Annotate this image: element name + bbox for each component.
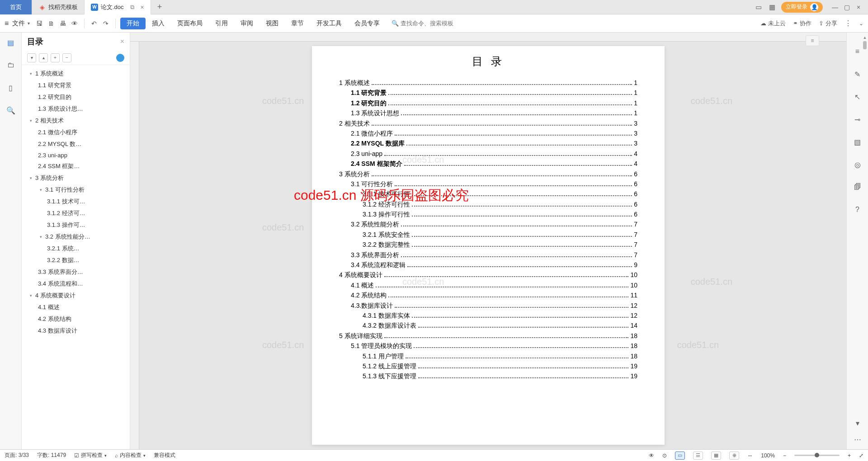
menu-5[interactable]: 视图 [259, 18, 285, 29]
add-level-icon[interactable]: + [51, 53, 60, 62]
tab-template[interactable]: ◈ 找稻壳模板 [32, 0, 85, 14]
toc-row[interactable]: 3.1 可行性分析6 [339, 179, 637, 189]
menu-0[interactable]: 开始 [120, 18, 146, 29]
toc-row[interactable]: 3.1.2 经济可行性6 [339, 199, 637, 209]
remove-level-icon[interactable]: − [62, 53, 71, 62]
menu-1[interactable]: 插入 [146, 18, 171, 29]
menu-2[interactable]: 页面布局 [171, 18, 209, 29]
fit-width-icon[interactable]: ↔ [747, 452, 753, 459]
menu-8[interactable]: 会员专享 [348, 18, 386, 29]
help-icon[interactable]: ? [852, 204, 863, 215]
outline-item[interactable]: 3.3 系统界面分… [22, 266, 130, 278]
view-web-icon[interactable]: ▦ [711, 452, 721, 460]
more-tools-icon[interactable]: ⋯ [852, 434, 863, 445]
toc-row[interactable]: 2.2 MYSQL 数据库3 [339, 138, 637, 148]
toc-row[interactable]: 4.2 系统结构11 [339, 290, 637, 300]
outline-item[interactable]: 1.1 研究背景 [22, 80, 130, 91]
toc-row[interactable]: 5.1.3 线下应援管理19 [339, 371, 637, 381]
layout-icon[interactable]: ▭ [754, 3, 763, 12]
cursor-icon[interactable]: ↖ [852, 91, 863, 102]
fullscreen-icon[interactable]: ⤢ [859, 452, 863, 459]
toc-row[interactable]: 4.3.2 数据库设计表14 [339, 320, 637, 330]
undo-icon[interactable]: ↶ [89, 19, 99, 28]
menu-4[interactable]: 审阅 [234, 18, 259, 29]
outline-item[interactable]: 3.1.3 操作可… [22, 219, 130, 231]
user-badge-icon[interactable] [116, 54, 124, 62]
mini-scrollbar[interactable]: ▲ [863, 35, 867, 49]
settings-icon[interactable]: ⊸ [852, 114, 863, 125]
close-tab-icon[interactable]: × [141, 4, 144, 11]
outline-item[interactable]: 4.1 概述 [22, 301, 130, 313]
horizontal-ruler[interactable] [130, 33, 846, 42]
outline-tree[interactable]: ▾1 系统概述1.1 研究背景1.2 研究目的1.3 系统设计思…▾2 相关技术… [22, 65, 130, 449]
save-icon[interactable]: 🖫 [34, 19, 44, 28]
menu-burger-icon[interactable]: ≡ [5, 19, 9, 28]
chevron-down-icon[interactable]: ▾ [28, 176, 33, 180]
outline-item[interactable]: 3.1.2 经济可… [22, 207, 130, 219]
vertical-ruler[interactable] [130, 42, 139, 449]
apps-icon[interactable]: ▦ [768, 3, 777, 12]
chevron-down-icon[interactable]: ▾ [28, 71, 33, 76]
compat-mode[interactable]: 兼容模式 [154, 452, 175, 459]
toc-row[interactable]: 4.3.数据库设计12 [339, 301, 637, 310]
outline-item[interactable]: 4.3 数据库设计 [22, 325, 130, 337]
outline-item[interactable]: 3.4 系统流程和… [22, 278, 130, 290]
target-icon[interactable]: ◎ [852, 159, 863, 170]
toc-row[interactable]: 5.1.2 线上应援管理19 [339, 361, 637, 371]
close-window-icon[interactable]: × [854, 4, 863, 11]
outline-item[interactable]: 4.2 系统结构 [22, 313, 130, 325]
toc-row[interactable]: 3.4 系统流程和逻辑9 [339, 260, 637, 270]
zoom-slider[interactable] [794, 455, 840, 456]
outline-item[interactable]: 1.2 研究目的 [22, 91, 130, 103]
redo-icon[interactable]: ↷ [101, 19, 111, 28]
view-read-icon[interactable]: ⊕ [729, 452, 739, 460]
collapse-all-icon[interactable]: ▴ [39, 53, 48, 62]
chevron-down-icon[interactable]: ▾ [38, 188, 43, 192]
save-as-icon[interactable]: 🗎 [46, 19, 56, 28]
scroll-up-icon[interactable]: ▲ [863, 35, 867, 40]
search-input[interactable] [401, 20, 464, 27]
zoom-value[interactable]: 100% [761, 452, 775, 459]
toc-toggle-icon[interactable]: ≡ [806, 35, 819, 46]
file-menu[interactable]: 文件 [12, 19, 25, 28]
outline-item[interactable]: ▾3 系统分析 [22, 172, 130, 184]
document-page[interactable]: 目 录 1 系统概述11.1 研究背景11.2 研究目的11.3 系统设计思想1… [312, 46, 665, 445]
login-button[interactable]: 立即登录 👤 [781, 2, 823, 13]
toc-row[interactable]: 4.3.1 数据库实体12 [339, 310, 637, 320]
burger-icon[interactable]: ≡ [852, 46, 863, 57]
toc-row[interactable]: 3.2 系统性能分析7 [339, 219, 637, 229]
document-scroll[interactable]: 目 录 1 系统概述11.1 研究背景11.2 研究目的11.3 系统设计思想1… [130, 42, 846, 449]
chevron-down-icon[interactable]: ▾ [28, 21, 30, 26]
spell-check[interactable]: ☑拼写检查 ▾ [74, 452, 107, 459]
toc-row[interactable]: 2.1 微信小程序3 [339, 128, 637, 138]
chevron-down-icon[interactable]: ▾ [28, 293, 33, 298]
outline-item[interactable]: 2.3 uni-app [22, 150, 130, 160]
outline-item[interactable]: 2.2 MYSQL 数… [22, 138, 130, 150]
pen-icon[interactable]: ✎ [852, 69, 863, 80]
toc-row[interactable]: 4.1 概述10 [339, 280, 637, 290]
search-box[interactable]: 🔍 [392, 20, 464, 27]
bookmark-icon[interactable]: ▯ [5, 82, 16, 93]
content-check[interactable]: ⌕内容检查 ▾ [115, 452, 146, 459]
page-indicator[interactable]: 页面: 3/33 [5, 452, 29, 459]
cloud-status[interactable]: ☁未上云 [760, 19, 786, 28]
outline-item[interactable]: 3.1.1 技术可… [22, 196, 130, 207]
page-thumb-icon[interactable]: ▧ [852, 136, 863, 147]
toc-row[interactable]: 5.1 管理员模块的实现18 [339, 341, 637, 351]
toc-row[interactable]: 2.4 SSM 框架简介4 [339, 159, 637, 169]
scroll-thumb[interactable] [863, 41, 867, 49]
zoom-out-icon[interactable]: − [783, 452, 786, 459]
toc-row[interactable]: 3 系统分析6 [339, 169, 637, 179]
toc-row[interactable]: 2 相关技术3 [339, 118, 637, 128]
outline-item[interactable]: 2.1 微信小程序 [22, 127, 130, 138]
word-count[interactable]: 字数: 11479 [37, 452, 66, 459]
outline-item[interactable]: ▾3.2 系统性能分… [22, 231, 130, 243]
toc-row[interactable]: 1.3 系统设计思想1 [339, 108, 637, 118]
chevron-down-icon[interactable]: ▾ [28, 118, 33, 123]
view-page-icon[interactable]: ▭ [675, 452, 685, 460]
outline-item[interactable]: ▾2 相关技术 [22, 115, 130, 127]
minimize-icon[interactable]: — [830, 4, 840, 11]
tab-new[interactable]: + [151, 0, 169, 14]
scroll-page-down-icon[interactable]: ▾ [852, 418, 863, 428]
menu-7[interactable]: 开发工具 [310, 18, 348, 29]
